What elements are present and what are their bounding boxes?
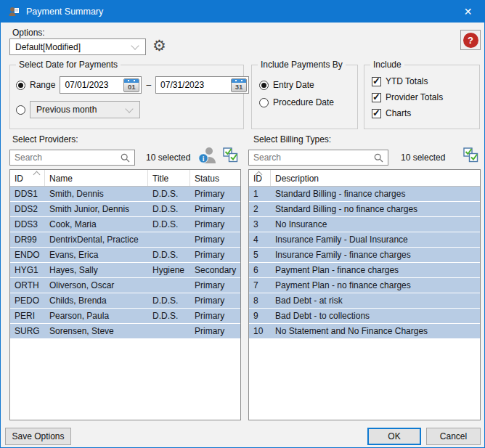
cell-status: Primary — [190, 248, 240, 262]
options-dropdown[interactable]: Default[Modified] — [9, 38, 146, 55]
include-group-title: Include — [370, 60, 404, 70]
provider-row[interactable]: ENDOEvans, EricaD.D.S.Primary — [10, 248, 240, 263]
date-from-field: 01 — [60, 76, 142, 94]
cell-status: Primary — [190, 202, 240, 216]
cell-id: 2 — [249, 202, 271, 216]
cell-status: Primary — [190, 232, 240, 247]
provider-row[interactable]: SURGSorensen, StevePrimary — [10, 324, 240, 339]
column-header-name[interactable]: Name — [45, 170, 148, 186]
preset-radio[interactable] — [16, 105, 25, 115]
cell-description: Bad Debt - at risk — [271, 293, 480, 308]
cell-id: 4 — [249, 232, 271, 247]
cell-description: Payment Plan - finance charges — [271, 263, 480, 277]
cell-id: 5 — [249, 248, 271, 262]
preset-dropdown[interactable]: Previous month — [30, 101, 140, 118]
provider-row[interactable]: ORTHOliverson, OscarPrimary — [10, 278, 240, 293]
cell-name: Smith, Dennis — [45, 187, 148, 201]
cell-description: Insurance Family - finance charges — [271, 248, 480, 262]
range-radio[interactable] — [16, 81, 25, 90]
search-icon — [374, 153, 383, 163]
billing-type-row[interactable]: 10No Statement and No Finance Charges — [249, 324, 480, 339]
cell-name: Hayes, Sally — [45, 263, 148, 277]
billing-types-table-header: ID Description — [249, 170, 480, 187]
help-button[interactable]: ? — [460, 30, 481, 50]
preset-dropdown-value: Previous month — [36, 105, 126, 115]
provider-row[interactable]: DDS2Smith Junior, DennisD.D.S.Primary — [10, 202, 240, 217]
calendar-from-day: 01 — [128, 83, 136, 91]
provider-row[interactable]: DDS1Smith, DennisD.D.S.Primary — [10, 187, 240, 202]
procedure-date-radio[interactable] — [259, 98, 269, 107]
cell-name: Sorensen, Steve — [45, 324, 148, 338]
date-to-input[interactable] — [156, 79, 231, 91]
billing-types-select-all-icon[interactable] — [463, 147, 478, 165]
cell-job: D.D.S. — [148, 202, 190, 216]
column-header-id[interactable]: ID — [10, 170, 45, 186]
save-options-button[interactable]: Save Options — [5, 428, 71, 445]
cell-name: Cook, Maria — [45, 217, 148, 232]
cell-job: D.D.S. — [148, 217, 190, 232]
billing-type-row[interactable]: 5Insurance Family - finance charges — [249, 248, 480, 263]
column-header-status[interactable]: Status — [190, 170, 240, 186]
billing-type-row[interactable]: 8Bad Debt - at risk — [249, 293, 480, 309]
date-range-dash: – — [146, 80, 151, 90]
date-from-input[interactable] — [60, 79, 123, 91]
cell-job: Hygiene — [148, 263, 190, 277]
providers-select-all-icon[interactable] — [223, 147, 238, 165]
column-header-description[interactable]: Description — [271, 170, 480, 186]
page-title: Payment Summary — [26, 7, 103, 17]
provider-row[interactable]: DR99DentrixDental, PracticePrimary — [10, 232, 240, 248]
provider-row[interactable]: PEDOChilds, BrendaD.D.S.Primary — [10, 293, 240, 309]
calendar-from-button[interactable]: 01 — [123, 78, 139, 92]
cell-job: D.D.S. — [148, 187, 190, 201]
calendar-to-button[interactable]: 31 — [231, 78, 247, 92]
svg-text:i: i — [203, 155, 205, 163]
title-bar: Payment Summary ✕ — [1, 1, 484, 23]
cell-job: D.D.S. — [148, 309, 190, 323]
cell-name: Childs, Brenda — [45, 293, 148, 308]
providers-selected-count: 10 selected — [146, 152, 190, 163]
date-group: Select Date for Payments Range 01 – 31 — [9, 65, 244, 129]
billing-type-row[interactable]: 6Payment Plan - finance charges — [249, 263, 480, 278]
cell-name: Pearson, Paula — [45, 309, 148, 323]
charts-checkbox[interactable] — [372, 109, 381, 118]
cell-id: 6 — [249, 263, 271, 277]
help-icon: ? — [463, 33, 478, 48]
cell-id: ORTH — [10, 278, 45, 293]
close-icon: ✕ — [464, 6, 473, 17]
provider-info-icon[interactable]: i — [197, 145, 217, 167]
billing-types-search-input[interactable] — [249, 152, 374, 163]
cell-name: Evans, Erica — [45, 248, 148, 262]
billing-types-search — [248, 150, 388, 166]
close-button[interactable]: ✕ — [452, 1, 484, 23]
billing-type-row[interactable]: 7Payment Plan - no finance charges — [249, 278, 480, 293]
ytd-totals-checkbox[interactable] — [372, 77, 381, 86]
cell-job — [148, 324, 190, 338]
cell-status: Secondary — [190, 263, 240, 277]
providers-search-input[interactable] — [10, 152, 121, 163]
date-to-field: 31 — [155, 76, 249, 94]
billing-type-row[interactable]: 2Standard Billing - no finance charges — [249, 202, 480, 217]
chevron-down-icon — [125, 105, 133, 113]
range-label: Range — [30, 80, 55, 90]
column-header-id[interactable]: ID — [249, 170, 271, 186]
provider-row[interactable]: PERIPearson, PaulaD.D.S.Primary — [10, 309, 240, 324]
provider-row[interactable]: DDS3Cook, MariaD.D.S.Primary — [10, 217, 240, 232]
ytd-totals-label: YTD Totals — [386, 76, 428, 86]
cell-id: 8 — [249, 293, 271, 308]
entry-date-radio[interactable] — [259, 81, 269, 90]
cell-description: No Statement and No Finance Charges — [271, 324, 480, 338]
billing-type-row[interactable]: 4Insurance Family - Dual Insurance — [249, 232, 480, 248]
ok-button[interactable]: OK — [367, 428, 421, 445]
column-header-title[interactable]: Title — [148, 170, 190, 186]
provider-row[interactable]: HYG1Hayes, SallyHygieneSecondary — [10, 263, 240, 278]
billing-type-row[interactable]: 3No Insurance — [249, 217, 480, 232]
billing-type-row[interactable]: 1Standard Billing - finance charges — [249, 187, 480, 202]
cell-status: Primary — [190, 217, 240, 232]
cell-job — [148, 232, 190, 247]
billing-type-row[interactable]: 9Bad Debt - to collections — [249, 309, 480, 324]
provider-totals-label: Provider Totals — [386, 92, 443, 102]
provider-totals-checkbox[interactable] — [372, 93, 381, 102]
cancel-button[interactable]: Cancel — [426, 428, 481, 445]
search-icon — [121, 153, 130, 163]
gear-icon[interactable]: ⚙ — [152, 36, 166, 56]
